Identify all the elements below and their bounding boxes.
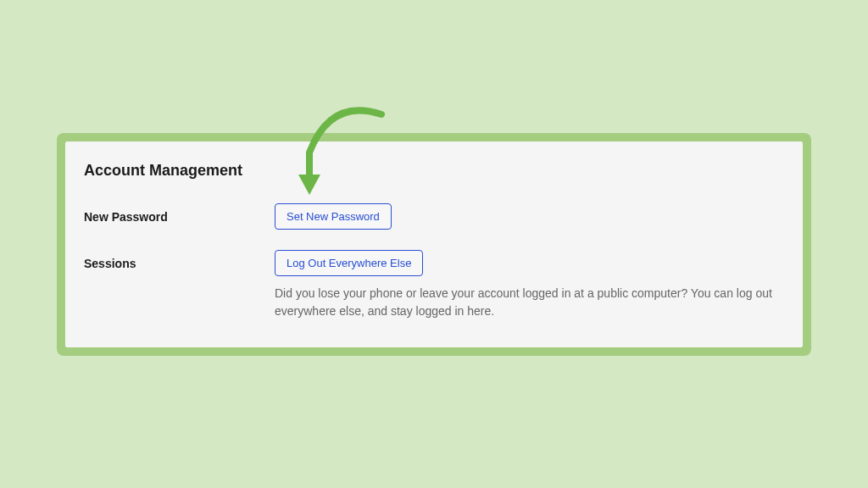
row-new-password: New Password Set New Password [84, 203, 784, 230]
label-sessions: Sessions [84, 250, 275, 270]
label-new-password: New Password [84, 203, 275, 224]
panel-wrapper: Account Management New Password Set New … [57, 133, 811, 356]
content-new-password: Set New Password [275, 203, 784, 230]
panel-title: Account Management [84, 162, 784, 180]
sessions-help-text: Did you lose your phone or leave your ac… [275, 285, 784, 320]
content-sessions: Log Out Everywhere Else Did you lose you… [275, 250, 784, 320]
set-new-password-button[interactable]: Set New Password [275, 203, 392, 230]
log-out-everywhere-button[interactable]: Log Out Everywhere Else [275, 250, 423, 276]
row-sessions: Sessions Log Out Everywhere Else Did you… [84, 250, 784, 320]
account-management-panel: Account Management New Password Set New … [65, 141, 803, 347]
